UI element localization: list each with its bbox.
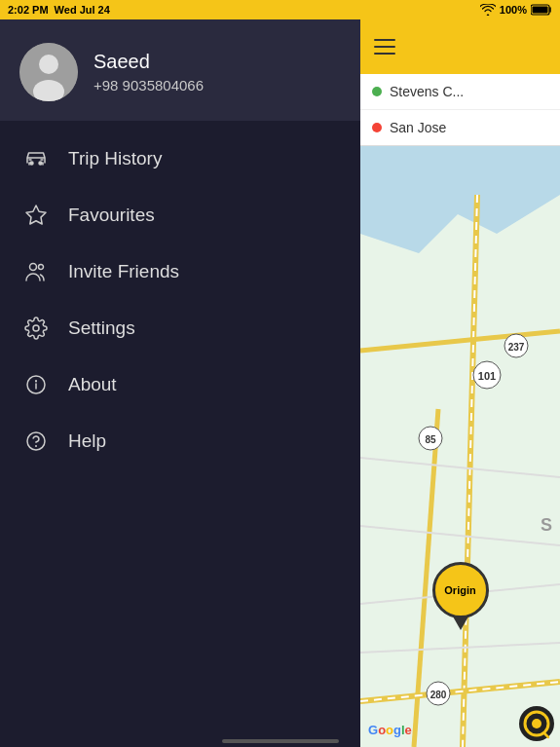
svg-text:101: 101	[478, 370, 496, 382]
trip-history-label: Trip History	[68, 148, 162, 169]
profile-header: Saeed +98 9035804066	[0, 19, 360, 121]
svg-marker-7	[26, 205, 46, 224]
sidebar: Saeed +98 9035804066 Trip History Favour…	[0, 19, 360, 747]
sidebar-item-about[interactable]: About	[0, 356, 360, 413]
destination-search-box[interactable]: San Jose	[360, 110, 560, 145]
svg-text:237: 237	[508, 342, 525, 353]
origin-search-box[interactable]: Stevens C...	[360, 74, 560, 110]
hamburger-line-1	[374, 39, 395, 41]
origin-marker: Origin	[432, 562, 489, 630]
svg-rect-1	[533, 7, 548, 14]
svg-point-5	[30, 162, 33, 165]
avatar	[19, 43, 78, 101]
about-label: About	[68, 374, 117, 395]
hamburger-line-3	[374, 53, 395, 55]
svg-point-8	[30, 264, 37, 271]
status-time: 2:02 PM Wed Jul 24	[8, 4, 110, 16]
battery-text: 100%	[500, 4, 527, 16]
car-icon	[23, 146, 49, 171]
map-area: Stevens C... San Jose	[360, 19, 560, 747]
help-icon	[23, 429, 49, 454]
svg-point-10	[33, 325, 39, 331]
battery-icon	[531, 4, 552, 16]
hamburger-line-2	[374, 46, 395, 48]
menu-list: Trip History Favourites Invite Friends	[0, 121, 360, 747]
app-logo	[519, 706, 554, 741]
profile-name: Saeed	[93, 51, 204, 73]
sidebar-item-trip-history[interactable]: Trip History	[0, 131, 360, 187]
svg-point-9	[39, 265, 44, 270]
invite-friends-label: Invite Friends	[68, 261, 179, 282]
favourites-label: Favourites	[68, 205, 155, 226]
avatar-image	[19, 43, 78, 101]
map-header	[360, 19, 560, 74]
main-container: Saeed +98 9035804066 Trip History Favour…	[0, 19, 560, 747]
origin-text: Stevens C...	[390, 84, 464, 99]
sidebar-item-favourites[interactable]: Favourites	[0, 187, 360, 243]
search-boxes: Stevens C... San Jose	[360, 74, 560, 146]
help-label: Help	[68, 430, 106, 452]
svg-text:S: S	[541, 515, 552, 535]
destination-text: San Jose	[390, 120, 446, 135]
date-display: Wed Jul 24	[55, 4, 110, 16]
svg-point-3	[39, 55, 58, 74]
marker-label: Origin	[432, 562, 489, 618]
sidebar-item-settings[interactable]: Settings	[0, 300, 360, 356]
svg-text:85: 85	[425, 434, 436, 445]
svg-point-6	[39, 162, 42, 165]
svg-point-39	[532, 719, 541, 728]
sidebar-item-help[interactable]: Help	[0, 413, 360, 469]
home-indicator	[222, 739, 339, 743]
sidebar-item-invite-friends[interactable]: Invite Friends	[0, 243, 360, 300]
hamburger-button[interactable]	[374, 39, 395, 55]
destination-dot	[372, 123, 382, 132]
gear-icon	[23, 316, 49, 341]
svg-text:280: 280	[430, 690, 447, 700]
star-icon	[23, 203, 49, 228]
google-logo: Google	[368, 723, 412, 737]
origin-dot	[372, 87, 382, 96]
profile-info: Saeed +98 9035804066	[93, 51, 204, 93]
status-bar: 2:02 PM Wed Jul 24 100%	[0, 0, 560, 19]
marker-pin	[453, 616, 468, 630]
settings-label: Settings	[68, 317, 135, 339]
people-icon	[23, 259, 49, 284]
svg-point-14	[27, 432, 45, 450]
status-icons: 100%	[480, 4, 552, 16]
time-display: 2:02 PM	[8, 4, 49, 16]
wifi-icon	[480, 4, 496, 16]
profile-phone: +98 9035804066	[93, 77, 204, 93]
info-icon	[23, 372, 49, 397]
